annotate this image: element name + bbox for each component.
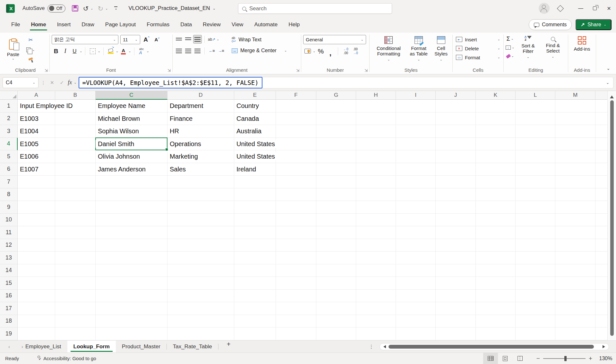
formula-input[interactable]: =VLOOKUP(A4, Employee_List!$A$2:$E$11, 2…	[79, 77, 262, 88]
phonetic-dropdown-icon[interactable]: ⌄	[147, 50, 149, 53]
cell-B7[interactable]	[55, 176, 96, 188]
cell-M5[interactable]	[555, 150, 595, 163]
cell-I10[interactable]	[396, 214, 436, 227]
cell-E1[interactable]: Country	[234, 100, 276, 112]
cell-C19[interactable]	[96, 327, 167, 340]
document-title[interactable]: VLOOKUP_Practice_Dataset_EN ⌄	[128, 5, 215, 12]
sheet-tab-lookup_form[interactable]: Lookup_Form	[67, 341, 116, 353]
align-center-button[interactable]	[184, 46, 193, 55]
row-header-18[interactable]: 18	[0, 315, 18, 328]
expand-formula-bar-icon[interactable]: ⌄	[606, 80, 609, 85]
cell-J2[interactable]	[436, 112, 476, 125]
cell-M9[interactable]	[555, 201, 595, 214]
cell-C4[interactable]: Daniel Smith	[96, 138, 167, 151]
cell-C5[interactable]: Olivia Johnson	[96, 150, 167, 163]
cell-C8[interactable]	[96, 188, 167, 201]
cell-G8[interactable]	[316, 188, 356, 201]
cell-B12[interactable]	[55, 239, 96, 252]
cell-A8[interactable]	[18, 188, 55, 201]
cell-K12[interactable]	[476, 239, 516, 252]
cell-F12[interactable]	[276, 239, 316, 252]
cell-K10[interactable]	[476, 214, 516, 227]
cell-K11[interactable]	[476, 226, 516, 239]
cell-A5[interactable]: E1006	[18, 150, 55, 163]
decrease-font-button[interactable]: A˅	[153, 35, 161, 44]
cell-C6[interactable]: James Anderson	[96, 163, 167, 176]
horizontal-scrollbar[interactable]	[380, 343, 609, 350]
cell-G2[interactable]	[316, 112, 356, 125]
column-header-L[interactable]: L	[516, 91, 555, 100]
row-header-14[interactable]: 14	[0, 264, 18, 277]
cell-E15[interactable]	[234, 277, 276, 290]
cell-D9[interactable]	[167, 201, 234, 214]
formula-bar-handle[interactable]: ⋮	[40, 80, 46, 85]
cell-C10[interactable]	[96, 214, 167, 227]
cell-H3[interactable]	[356, 125, 396, 138]
font-size-select[interactable]: 11⌄	[120, 35, 140, 44]
merge-center-button[interactable]: ↔ Merge & Center ⌄	[230, 46, 289, 55]
cell-D5[interactable]: Marketing	[167, 150, 234, 163]
format-cells-button[interactable]: ▭Format⌄	[455, 53, 501, 62]
align-left-button[interactable]	[175, 46, 183, 55]
cell-G16[interactable]	[316, 290, 356, 302]
ribbon-tab-insert[interactable]: Insert	[52, 18, 76, 31]
cell-F18[interactable]	[276, 315, 316, 328]
ribbon-tab-file[interactable]: File	[6, 18, 25, 31]
decrease-indent-button[interactable]: ←≡	[207, 46, 216, 55]
cell-M16[interactable]	[555, 290, 595, 302]
cell-G6[interactable]	[316, 163, 356, 176]
cell-K18[interactable]	[476, 315, 516, 328]
save-icon[interactable]	[72, 5, 78, 12]
increase-font-button[interactable]: A^	[142, 35, 151, 44]
prev-sheet-icon[interactable]: ‹	[4, 344, 14, 349]
cell-H7[interactable]	[356, 176, 396, 188]
cell-J14[interactable]	[436, 264, 476, 277]
cell-C18[interactable]	[96, 315, 167, 328]
underline-button[interactable]: U	[70, 47, 79, 55]
row-header-5[interactable]: 5	[0, 150, 18, 163]
cell-G17[interactable]	[316, 302, 356, 315]
cell-H19[interactable]	[356, 327, 396, 340]
name-box[interactable]: C4 ⌄	[3, 77, 38, 88]
normal-view-button[interactable]	[483, 353, 498, 364]
clipboard-dialog-launcher[interactable]: ⇲	[45, 68, 48, 73]
cell-I11[interactable]	[396, 226, 436, 239]
ribbon-tab-formulas[interactable]: Formulas	[142, 18, 174, 31]
sheet-tab-product_master[interactable]: Product_Master	[116, 341, 167, 353]
cell-B10[interactable]	[55, 214, 96, 227]
cell-B19[interactable]	[55, 327, 96, 340]
cell-J4[interactable]	[436, 138, 476, 151]
cell-L18[interactable]	[516, 315, 555, 328]
cell-D1[interactable]: Department	[167, 100, 234, 112]
cell-I2[interactable]	[396, 112, 436, 125]
cell-H1[interactable]	[356, 100, 396, 112]
row-header-3[interactable]: 3	[0, 125, 18, 138]
cell-I5[interactable]	[396, 150, 436, 163]
sort-filter-button[interactable]: AZ Sort & Filter ⌄	[516, 35, 540, 59]
cell-F9[interactable]	[276, 201, 316, 214]
cell-A15[interactable]	[18, 277, 55, 290]
collapse-ribbon-icon[interactable]: ⌄	[606, 66, 610, 71]
cell-L2[interactable]	[516, 112, 555, 125]
cell-B4[interactable]	[55, 138, 96, 151]
cell-A14[interactable]	[18, 264, 55, 277]
find-select-button[interactable]: Find & Select ⌄	[540, 35, 566, 59]
column-header-M[interactable]: M	[555, 91, 595, 100]
cell-H13[interactable]	[356, 252, 396, 264]
ribbon-tab-home[interactable]: Home	[26, 18, 51, 31]
cell-G13[interactable]	[316, 252, 356, 264]
cell-I8[interactable]	[396, 188, 436, 201]
cell-D2[interactable]: Finance	[167, 112, 234, 125]
cell-A11[interactable]	[18, 226, 55, 239]
cell-I1[interactable]	[396, 100, 436, 112]
cell-F17[interactable]	[276, 302, 316, 315]
cell-B2[interactable]	[55, 112, 96, 125]
cell-B13[interactable]	[55, 252, 96, 264]
row-header-6[interactable]: 6	[0, 163, 18, 176]
top-align-button[interactable]	[175, 35, 183, 44]
cell-E10[interactable]	[234, 214, 276, 227]
ribbon-tab-draw[interactable]: Draw	[77, 18, 99, 31]
column-header-A[interactable]: A	[18, 91, 55, 100]
align-right-button[interactable]	[193, 46, 202, 55]
cell-F6[interactable]	[276, 163, 316, 176]
